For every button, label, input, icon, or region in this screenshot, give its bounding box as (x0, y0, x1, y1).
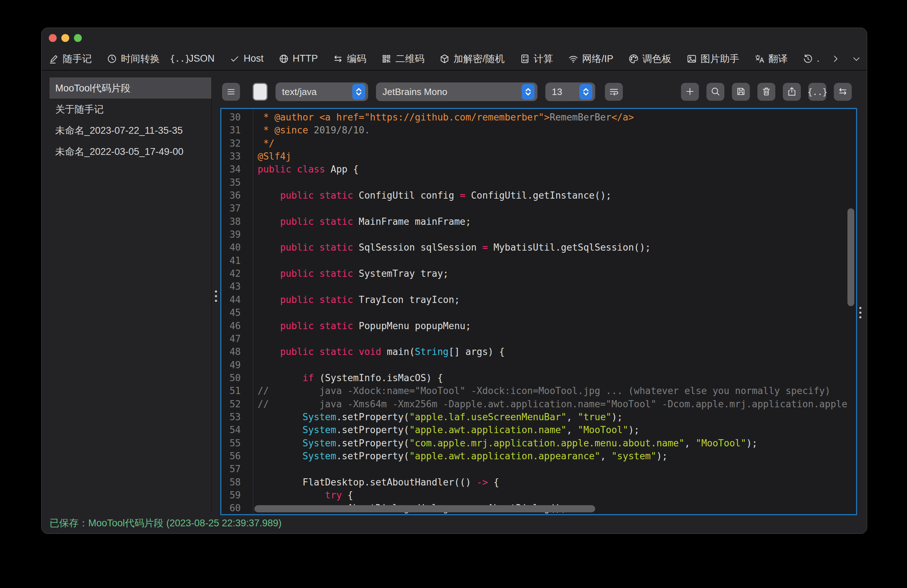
code-text: System.setProperty("com.apple.mrj.applic… (258, 437, 757, 450)
note-list-item[interactable]: 未命名_2022-03-05_17-49-00 (50, 141, 212, 162)
code-line: 50 if (SystemInfo.isMacOS) { (221, 371, 856, 384)
code-text: try { (258, 489, 353, 502)
delete-button[interactable] (757, 83, 775, 101)
image-icon (686, 53, 697, 64)
tab-more-tools[interactable]: .. (802, 53, 819, 64)
line-number: 54 (221, 423, 241, 436)
line-number: 44 (221, 293, 241, 306)
font-select[interactable]: JetBrains Mono (376, 83, 537, 101)
format-button[interactable]: {..} (808, 83, 826, 101)
tab-label: 网络/IP (582, 52, 614, 65)
export-icon (787, 86, 797, 98)
horizontal-scrollbar[interactable] (254, 505, 595, 512)
code-text: public static SystemTray tray; (258, 267, 449, 280)
palette-icon (628, 53, 639, 64)
tab-http[interactable]: HTTP (278, 53, 318, 64)
search-icon (710, 86, 721, 98)
tab-label: JSON (189, 53, 215, 64)
line-number: 49 (221, 358, 241, 371)
vertical-scrollbar[interactable] (848, 208, 854, 306)
clock-icon (106, 53, 118, 64)
zoom-button[interactable] (74, 34, 82, 42)
font-size-select-value: 13 (552, 86, 562, 97)
tab-palette[interactable]: 调色板 (628, 52, 671, 65)
close-button[interactable] (49, 34, 57, 42)
code-text: public static MainFrame mainFrame; (258, 215, 471, 228)
tab-label: 调色板 (643, 52, 671, 65)
code-text: System.setProperty("apple.awt.applicatio… (258, 423, 639, 436)
tab-calculator[interactable]: 计算 (519, 52, 553, 65)
code-text: public static TrayIcon trayIcon; (258, 293, 460, 306)
code-text: FlatDesktop.setAboutHandler(() -> { (258, 476, 499, 489)
code-line: 32 */ (221, 137, 856, 150)
search-button[interactable] (707, 83, 724, 101)
tab-label: Host (244, 53, 264, 64)
tab-label: 翻译 (769, 52, 788, 65)
line-number: 58 (221, 476, 241, 489)
tab-image-helper[interactable]: 图片助手 (686, 52, 739, 65)
tab-bar: 随手记时间转换{..}JSONHostHTTP编码二维码加解密/随机计算网络/I… (42, 47, 867, 70)
scroll-tabs-right-button[interactable] (830, 53, 841, 64)
tab-notes[interactable]: 随手记 (48, 52, 92, 65)
editor-resize-handle[interactable] (859, 307, 861, 321)
qrcode-icon (381, 53, 392, 64)
note-list-item[interactable]: 关于随手记 (50, 99, 212, 120)
code-line: 51// java -Xdock:name="MooTool" -Xdock:i… (221, 384, 856, 397)
code-line: 42 public static SystemTray tray; (221, 267, 856, 280)
code-line: 47 (221, 332, 856, 345)
code-text: // java -Xdock:name="MooTool" -Xdock:ico… (258, 384, 830, 397)
line-number: 38 (221, 215, 241, 228)
code-text: public class App { (258, 163, 359, 176)
line-number: 48 (221, 345, 241, 358)
language-select-value: text/java (282, 86, 317, 97)
tab-label: HTTP (293, 53, 318, 64)
tab-encode[interactable]: 编码 (332, 52, 366, 65)
tab-time-convert[interactable]: 时间转换 (106, 52, 160, 65)
sidebar-resize-handle[interactable] (215, 291, 217, 304)
code-line: 52// java -Xms64m -Xmx256m -Dapple.awt.a… (221, 398, 856, 411)
code-text: public static SqlSession sqlSession = My… (258, 241, 651, 254)
calculator-icon (519, 53, 530, 64)
tab-qrcode[interactable]: 二维码 (381, 52, 425, 65)
tab-crypto-random[interactable]: 加解密/随机 (439, 52, 505, 65)
line-number: 57 (221, 462, 241, 475)
code-line: 45 (221, 306, 856, 319)
soft-wrap-button[interactable] (605, 83, 623, 101)
pencil-icon (48, 53, 59, 64)
tab-label: 随手记 (63, 52, 92, 65)
language-select[interactable]: text/java (276, 83, 368, 101)
view-menu-button[interactable] (222, 83, 240, 101)
code-text: @Slf4j (258, 150, 291, 163)
line-number: 55 (221, 437, 241, 450)
more-tabs-button[interactable] (851, 53, 862, 64)
code-line: 48 public static void main(String[] args… (221, 345, 856, 358)
background-color-swatch[interactable] (253, 83, 268, 101)
code-line: 33@Slf4j (221, 150, 856, 163)
code-text: * @since 2019/8/10. (258, 124, 370, 137)
code-line: 54 System.setProperty("apple.awt.applica… (221, 423, 856, 436)
line-number: 56 (221, 450, 241, 462)
translate-icon (754, 53, 765, 64)
note-list-item[interactable]: MooTool代码片段 (50, 77, 212, 99)
export-button[interactable] (783, 83, 801, 101)
tab-json[interactable]: {..}JSON (174, 53, 215, 64)
code-editor[interactable]: 30 * @author <a href="https://github.com… (220, 108, 857, 515)
line-number: 36 (221, 189, 241, 202)
editor-toolbar: text/java JetBrains Mono 13 {..} (219, 77, 867, 106)
tab-network-ip[interactable]: 网络/IP (567, 52, 614, 65)
tab-host[interactable]: Host (229, 53, 264, 64)
mootool-window: 随手记时间转换{..}JSONHostHTTP编码二维码加解密/随机计算网络/I… (41, 27, 867, 534)
code-line: 38 public static MainFrame mainFrame; (221, 215, 856, 228)
minimize-button[interactable] (61, 34, 69, 42)
status-message: 已保存：MooTool代码片段 (2023-08-25 22:39:37.989… (50, 517, 282, 530)
tab-strip: 随手记时间转换{..}JSONHostHTTP编码二维码加解密/随机计算网络/I… (48, 52, 819, 65)
save-button[interactable] (732, 83, 750, 101)
code-line: 46 public static PopupMenu popupMenu; (221, 320, 856, 332)
braces-icon: {..} (807, 87, 827, 97)
tab-translate[interactable]: 翻译 (754, 52, 788, 65)
tab-label: 时间转换 (121, 52, 160, 65)
note-list-item[interactable]: 未命名_2023-07-22_11-35-35 (50, 120, 212, 141)
switch-button[interactable] (834, 83, 852, 101)
font-size-select[interactable]: 13 (545, 83, 595, 101)
add-button[interactable] (681, 83, 699, 101)
